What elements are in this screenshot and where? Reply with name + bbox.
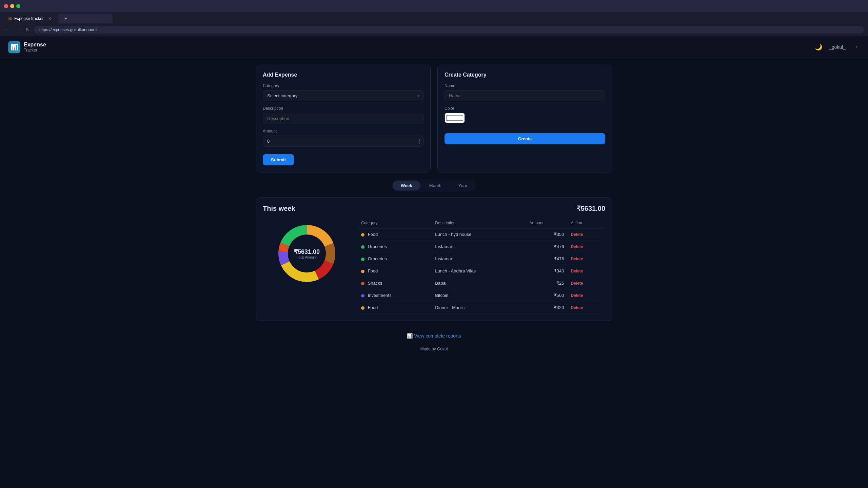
new-tab-btn[interactable]: ＋ <box>58 14 113 23</box>
delete-button[interactable]: Delete <box>571 244 583 249</box>
category-name: Groceries <box>368 244 387 249</box>
table-row: Food Dinner - Mani's ₹320 Delete <box>358 302 605 314</box>
header-actions: 🌙 _gokul_ → <box>813 42 860 52</box>
delete-button[interactable]: Delete <box>571 281 583 286</box>
donut-chart: ₹5631.00 Total Amount <box>275 221 339 286</box>
cell-amount: ₹500 <box>526 289 567 302</box>
table-row: Investments Bitcoin ₹500 Delete <box>358 289 605 302</box>
category-color-dot <box>361 294 364 298</box>
cell-action: Delete <box>567 241 605 253</box>
tab-week[interactable]: Week <box>393 181 420 190</box>
donut-amount: ₹5631.00 <box>294 248 320 256</box>
cell-description: Lunch - hyd house <box>432 228 526 241</box>
tab-close-btn[interactable]: ✕ <box>48 16 52 21</box>
view-reports-link[interactable]: 📊 View complete reports <box>407 333 461 339</box>
cat-name-input[interactable] <box>445 90 605 101</box>
amount-up-icon[interactable]: ▲ <box>418 138 421 141</box>
category-name: Food <box>368 232 378 237</box>
cat-name-group: Name <box>445 83 605 101</box>
tab-year[interactable]: Year <box>450 181 475 190</box>
delete-button[interactable]: Delete <box>571 269 583 273</box>
category-name: Food <box>368 305 378 310</box>
cell-amount: ₹340 <box>526 265 567 277</box>
traffic-lights <box>4 4 20 8</box>
amount-group: Amount ▲ ▼ <box>263 129 423 147</box>
category-select-wrapper: Select category ▼ <box>263 90 423 101</box>
active-tab[interactable]: 💼 Expense tracker ✕ <box>3 14 57 23</box>
category-color-dot <box>361 233 364 237</box>
logo-icon: 📊 <box>8 41 20 53</box>
cell-description: Babai <box>432 277 526 289</box>
cell-action: Delete <box>567 228 605 241</box>
reload-button[interactable]: ↻ <box>24 26 31 33</box>
browser-chrome: 💼 Expense tracker ✕ ＋ ← → ↻ <box>0 0 868 36</box>
logout-button[interactable]: → <box>851 42 860 52</box>
delete-button[interactable]: Delete <box>571 232 583 237</box>
tab-favicon: 💼 <box>8 17 12 20</box>
cell-action: Delete <box>567 302 605 314</box>
category-name: Food <box>368 268 378 273</box>
summary-total-amount: ₹5631.00 <box>576 204 605 212</box>
browser-toolbar <box>0 0 868 12</box>
create-category-button[interactable]: Create <box>445 133 605 144</box>
summary-section: This week ₹5631.00 <box>256 197 612 321</box>
delete-button[interactable]: Delete <box>571 305 583 310</box>
made-by-footer: Made by Gokul <box>256 344 612 354</box>
app-header: 📊 Expense Tracker 🌙 _gokul_ → <box>0 36 868 58</box>
amount-wrapper: ▲ ▼ <box>263 136 423 147</box>
amount-down-icon[interactable]: ▼ <box>418 141 421 144</box>
cell-description: Instamart <box>432 253 526 265</box>
description-group: Description <box>263 106 423 124</box>
cell-action: Delete <box>567 277 605 289</box>
username-display: _gokul_ <box>829 44 846 50</box>
cell-action: Delete <box>567 289 605 302</box>
cat-color-group: Color <box>445 106 605 123</box>
main-content: Add Expense Category Select category ▼ D… <box>248 58 620 361</box>
col-category: Category <box>358 218 432 228</box>
cell-category: Investments <box>358 289 432 302</box>
cell-amount: ₹320 <box>526 302 567 314</box>
col-action: Action <box>567 218 605 228</box>
category-select[interactable]: Select category <box>263 90 423 101</box>
cell-category: Groceries <box>358 241 432 253</box>
reports-icon: 📊 <box>407 333 414 339</box>
category-color-dot <box>361 282 364 285</box>
minimize-btn[interactable] <box>10 4 14 8</box>
table-row: Snacks Babai ₹25 Delete <box>358 277 605 289</box>
cat-color-label: Color <box>445 106 605 111</box>
url-input[interactable] <box>34 26 864 34</box>
tabs-row: Week Month Year <box>256 179 612 192</box>
amount-input[interactable] <box>263 136 423 147</box>
amount-stepper[interactable]: ▲ ▼ <box>418 138 421 144</box>
submit-button[interactable]: Submit <box>263 154 294 165</box>
expense-table: Category Description Amount Action Food … <box>358 218 605 314</box>
chart-table-row: ₹5631.00 Total Amount Category Descripti… <box>263 218 605 314</box>
theme-toggle-button[interactable]: 🌙 <box>813 42 824 52</box>
close-btn[interactable] <box>4 4 8 8</box>
tabs-container: Week Month Year <box>391 179 477 192</box>
amount-label: Amount <box>263 129 423 134</box>
cell-category: Food <box>358 265 432 277</box>
maximize-btn[interactable] <box>16 4 20 8</box>
cell-description: Instamart <box>432 241 526 253</box>
back-button[interactable]: ← <box>4 26 12 33</box>
delete-button[interactable]: Delete <box>571 293 583 298</box>
table-row: Food Lunch - hyd house ₹350 Delete <box>358 228 605 241</box>
donut-label: Total Amount <box>294 256 320 259</box>
color-picker-input[interactable] <box>445 113 465 123</box>
category-color-dot <box>361 306 364 310</box>
description-input[interactable] <box>263 113 423 124</box>
category-name: Groceries <box>368 256 387 261</box>
forward-button[interactable]: → <box>14 26 22 33</box>
delete-button[interactable]: Delete <box>571 257 583 261</box>
cell-description: Bitcoin <box>432 289 526 302</box>
donut-center-text: ₹5631.00 Total Amount <box>294 248 320 259</box>
col-amount: Amount <box>526 218 567 228</box>
logo-area: 📊 Expense Tracker <box>8 41 46 53</box>
summary-period: This week <box>263 205 295 212</box>
category-label: Category <box>263 83 423 88</box>
tab-month[interactable]: Month <box>421 181 450 190</box>
add-expense-card: Add Expense Category Select category ▼ D… <box>256 65 431 172</box>
description-label: Description <box>263 106 423 111</box>
browser-tabs: 💼 Expense tracker ✕ ＋ <box>0 12 868 23</box>
